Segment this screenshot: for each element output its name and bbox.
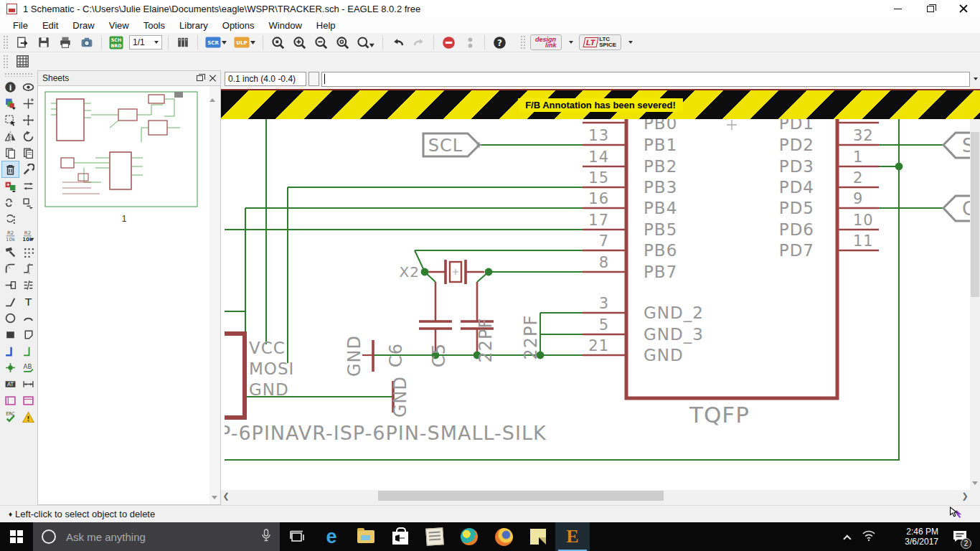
zoom-fit-button[interactable]	[268, 34, 287, 51]
taskbar-firefox[interactable]	[486, 522, 521, 551]
sheet-number[interactable]: 1	[38, 214, 210, 224]
taskbar-edge[interactable]: e	[314, 522, 349, 551]
taskbar-search-input[interactable]: Ask me anything	[33, 522, 280, 551]
menu-options[interactable]: Options	[215, 19, 262, 32]
scroll-down-icon[interactable]	[212, 496, 217, 499]
export-image-button[interactable]	[77, 34, 96, 51]
display-layers-tool[interactable]	[2, 95, 19, 111]
mirror-tool[interactable]	[2, 128, 19, 144]
polygon-tool[interactable]	[20, 326, 37, 342]
name-tool[interactable]: R210k	[2, 227, 19, 243]
sheets-scrollbar[interactable]	[209, 86, 220, 504]
open-button[interactable]	[13, 34, 32, 51]
ltc-spice-button[interactable]: LT LTCSPICE	[579, 34, 622, 50]
scroll-up-icon[interactable]	[209, 86, 215, 102]
redo-button[interactable]	[410, 34, 428, 51]
taskbar-eagle[interactable]: E	[555, 522, 590, 551]
smash-tool[interactable]	[2, 244, 19, 260]
change-tool[interactable]	[20, 161, 37, 177]
delete-tool[interactable]	[2, 161, 19, 177]
zoom-in-button[interactable]	[290, 34, 308, 51]
run-script-button[interactable]: SCR	[203, 34, 229, 51]
text-tool[interactable]: T	[20, 293, 37, 309]
arc-tool[interactable]	[20, 310, 37, 326]
pattern-tool[interactable]	[20, 244, 37, 260]
scroll-left-icon[interactable]: ❮	[221, 491, 231, 501]
bus-tool[interactable]	[2, 343, 19, 359]
net-tool[interactable]	[20, 343, 37, 359]
show-tool[interactable]	[20, 79, 37, 95]
go-button[interactable]	[461, 34, 479, 51]
gateswap-tool[interactable]	[20, 194, 37, 210]
library-button[interactable]	[174, 34, 192, 51]
maximize-button[interactable]	[914, 0, 947, 17]
float-panel-icon[interactable]	[197, 75, 203, 81]
menu-file[interactable]: File	[6, 19, 35, 32]
minimize-button[interactable]	[881, 0, 914, 17]
command-input[interactable]	[321, 72, 970, 87]
menu-window[interactable]: Window	[262, 19, 309, 32]
frame-tool[interactable]	[2, 392, 19, 408]
info-tool[interactable]: i	[2, 79, 19, 95]
scroll-down-icon[interactable]	[972, 481, 978, 485]
circle-tool[interactable]	[2, 310, 19, 326]
errors-tool[interactable]: !	[20, 409, 37, 425]
optimize-tool[interactable]	[20, 277, 37, 293]
junction-tool[interactable]	[2, 359, 19, 375]
mark-tool[interactable]	[20, 95, 37, 111]
horizontal-scrollbar[interactable]: ❮ ❯	[221, 490, 970, 501]
start-button[interactable]	[0, 522, 33, 551]
schematic-canvas[interactable]: SCL S C PB0 PB1 PB2 PB3 PB4 PB5 PB6 PB7 …	[221, 88, 970, 490]
attribute-tool[interactable]: AT	[2, 376, 19, 392]
taskbar-journal-app[interactable]	[418, 522, 452, 551]
label-tool[interactable]: AB	[20, 359, 37, 375]
menu-view[interactable]: View	[102, 19, 136, 32]
sheets-panel-header[interactable]: Sheets	[38, 71, 220, 86]
coordinate-mode-button[interactable]	[308, 72, 319, 86]
stop-button[interactable]	[439, 34, 458, 51]
grid-button[interactable]	[13, 53, 32, 70]
taskbar-media-app[interactable]	[452, 522, 486, 551]
design-link-dropdown[interactable]	[565, 34, 576, 51]
wifi-indicator[interactable]	[858, 529, 880, 544]
miter-tool[interactable]	[2, 260, 19, 276]
invoke-tool[interactable]	[2, 277, 19, 293]
replace-tool[interactable]	[2, 194, 19, 210]
dimension-tool[interactable]	[20, 376, 37, 392]
move-tool[interactable]	[20, 112, 37, 128]
design-link-button[interactable]: designlink	[530, 34, 562, 50]
horizontal-scroll-thumb[interactable]	[378, 491, 664, 501]
sheet-thumbnail[interactable]	[41, 89, 212, 215]
group-tool[interactable]	[2, 112, 19, 128]
command-history-dropdown[interactable]	[970, 72, 980, 87]
help-button[interactable]: ?	[490, 34, 509, 51]
crossprobe-tool[interactable]	[2, 211, 19, 227]
run-ulp-button[interactable]: ULP	[232, 34, 258, 51]
microphone-icon[interactable]	[261, 529, 271, 545]
action-center-button[interactable]: 2	[946, 529, 974, 544]
frame2-tool[interactable]	[20, 392, 37, 408]
menu-draw[interactable]: Draw	[65, 19, 101, 32]
erc-tool[interactable]: ERC	[2, 409, 19, 425]
save-button[interactable]	[34, 34, 53, 51]
vertical-scroll-thumb[interactable]	[971, 132, 979, 297]
zoom-out-button[interactable]	[311, 34, 330, 51]
menu-edit[interactable]: Edit	[35, 19, 65, 32]
add-part-tool[interactable]	[2, 178, 19, 194]
taskbar-clock[interactable]: 2:46 PM 3/6/2017	[885, 527, 938, 547]
taskbar-file-explorer[interactable]	[349, 522, 383, 551]
pinswap-tool[interactable]	[20, 178, 37, 194]
zoom-select-button[interactable]	[354, 34, 377, 51]
menu-tools[interactable]: Tools	[136, 19, 172, 32]
close-button[interactable]	[947, 0, 980, 17]
paste-tool[interactable]	[20, 145, 37, 161]
print-button[interactable]	[56, 34, 75, 51]
menu-library[interactable]: Library	[172, 19, 215, 32]
vertical-scrollbar[interactable]	[970, 88, 980, 490]
taskbar-sticky-notes[interactable]	[521, 522, 555, 551]
rect-tool[interactable]	[2, 326, 19, 342]
tray-expand-button[interactable]	[839, 530, 858, 543]
rotate-tool[interactable]	[20, 128, 37, 144]
ltc-spice-dropdown[interactable]	[624, 34, 636, 51]
task-view-button[interactable]	[280, 522, 314, 551]
